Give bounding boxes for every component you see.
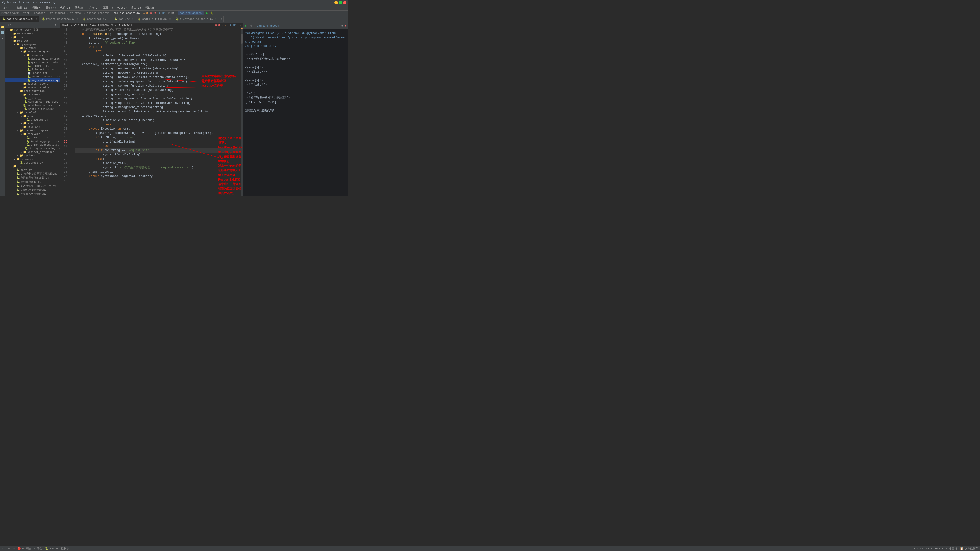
tab-sag-and-assess[interactable]: 🐍 sag_and_assess.py ✕ xyxy=(0,16,40,22)
tree-recovery-1[interactable]: ▾ 📁 recovery xyxy=(5,53,60,57)
tree-allasset[interactable]: 🐍 allAsset.py xyxy=(5,118,60,121)
tree-str-var[interactable]: 🐍 字符串作为变量名.py xyxy=(5,192,60,196)
tab-questionaire-basic[interactable]: 🐍 questionaire_basic.py ✕ xyxy=(173,16,219,22)
tree-assessprogram[interactable]: ▾ 📁 assess_program xyxy=(5,50,60,53)
tree-remove-list[interactable]: 🐍 去除列表指定元素.py xyxy=(5,188,60,192)
tree-temp[interactable]: ▾ 📁 temp xyxy=(5,165,60,168)
tree-minimize-icon[interactable]: − xyxy=(57,24,59,27)
tree-input-aggregate[interactable]: 🐍 input_aggregate.py xyxy=(5,140,60,143)
code-text[interactable]: # 若'调查表.xlsx'发生更新，后期附由维护人员？手动更新代码即可。 def… xyxy=(73,27,241,196)
structure-icon[interactable]: 🔠 xyxy=(0,30,5,35)
tree-assess-data-extract[interactable]: 🐍 assess_data_extract.py xyxy=(5,57,60,60)
close-button[interactable] xyxy=(343,1,347,4)
tree-init-2[interactable]: 🐍 __init__.py xyxy=(5,96,60,100)
tree-file-action[interactable]: 🐍 file_action.py xyxy=(5,68,60,71)
tree-questionaire-data[interactable]: 🐍 questionaire_data_extrac... xyxy=(5,60,60,64)
tree-pyexcel[interactable]: ▾ 📁 py-excel xyxy=(5,46,60,50)
scroll-thumb[interactable] xyxy=(241,34,243,43)
tree-projectinfluence[interactable]: ▸ 📁 project_influence xyxy=(5,150,60,154)
project-tab-pyexcel[interactable]: py-excel xyxy=(70,12,83,14)
run-stop-icon[interactable]: ■ xyxy=(345,24,347,27)
project-tab-assessprogram[interactable]: assess_program xyxy=(87,12,109,14)
tree-gear-icon[interactable]: ⚙ xyxy=(54,24,56,27)
run-more-button[interactable]: ⋮ xyxy=(215,11,218,14)
tree-assettool[interactable]: 🐍 assetTool.py xyxy=(5,161,60,165)
project-tab-test[interactable]: test xyxy=(23,12,29,14)
code-line-54: string = center_function(string) xyxy=(75,92,241,97)
tab-close-icon[interactable]: ✕ xyxy=(108,18,109,20)
more-tabs-button[interactable]: ▾ xyxy=(219,16,224,22)
tab-close-icon[interactable]: ✕ xyxy=(132,18,133,20)
menu-vcs[interactable]: VCS(S) xyxy=(116,6,129,10)
tree-plugins[interactable]: ▸ 📁 plug_ins xyxy=(5,125,60,129)
tree-pyclass[interactable]: ▸ 📁 pyclass xyxy=(5,154,60,157)
menu-window[interactable]: 窗口(W) xyxy=(129,5,143,10)
tree-common-configure[interactable]: 🐍 common_configure.py xyxy=(5,100,60,103)
tree-init-1[interactable]: 🐍 __init__.py xyxy=(5,64,60,68)
tree-dataassess[interactable]: ▸ 📁 dataAssess xyxy=(5,32,60,35)
minimize-button[interactable] xyxy=(334,1,338,4)
project-tab-pythonwork[interactable]: Python-work xyxy=(2,12,19,14)
menu-code[interactable]: 代码(C) xyxy=(58,5,72,10)
run-output-content[interactable]: "C:\Program Files (x86)\Python38-32\pyth… xyxy=(243,29,348,196)
project-icon[interactable]: 📁 xyxy=(0,24,5,29)
menu-edit[interactable]: 编辑(E) xyxy=(15,5,29,10)
tree-func-pass[interactable]: 🐍 函数传递函数.py xyxy=(5,180,60,184)
tree-print-path[interactable]: 🐍 2_打印指定目录下文件路径.py xyxy=(5,172,60,176)
tab-sagfile-title[interactable]: 🐍 sagfile_title.py ✕ xyxy=(135,16,173,22)
tree-readme-1[interactable]: 📄 Readme.txt xyxy=(5,71,60,75)
maximize-button[interactable] xyxy=(339,1,342,4)
tab-report-generate[interactable]: 🐍 report_generate.py ✕ xyxy=(40,16,80,22)
run-config-name[interactable]: sag_and_assess xyxy=(178,11,204,15)
tree-base[interactable]: ▸ 📁 base xyxy=(5,121,60,125)
project-tab-project[interactable]: project xyxy=(34,12,45,14)
tree-learn[interactable]: ▸ 📁 learn xyxy=(5,35,60,39)
tree-print-aggregate[interactable]: 🐍 print_aggregate.py xyxy=(5,143,60,147)
tree-recovery-2[interactable]: ▸ 📁 recovery xyxy=(5,93,60,96)
tree-questionaire-basic[interactable]: 🐍 questionaire_basic.py xyxy=(5,103,60,107)
tab-close-icon[interactable]: ✕ xyxy=(169,18,170,20)
tree-sagfile-title[interactable]: 🐍 sagfile_title.py xyxy=(5,107,60,111)
code-vscroll-strip[interactable] xyxy=(241,27,243,196)
tree-string-processing[interactable]: 🐍 string_processing.py xyxy=(5,147,60,150)
menu-tools[interactable]: 工具(T) xyxy=(101,5,115,10)
tab-close-icon[interactable]: ✕ xyxy=(35,18,37,20)
tree-pyprogram[interactable]: ▾ 📁 py-program xyxy=(5,43,60,46)
expand-strip-button[interactable]: ▾ xyxy=(240,24,241,27)
tree-assess-require[interactable]: ▸ 📁 assess_require xyxy=(5,86,60,89)
run-config-label[interactable]: sag_and_assess xyxy=(257,24,279,27)
favorites-icon[interactable]: ★ xyxy=(0,36,5,41)
tree-root[interactable]: ▾ 📁 Python-work 项目 xyxy=(5,28,60,32)
tree-configuration[interactable]: ▾ 📁 configuration xyxy=(5,89,60,93)
tree-assess-report[interactable]: ▸ 📁 assess_report xyxy=(5,82,60,86)
tree-report-generate[interactable]: 🐍 report_generate.py xyxy=(5,75,60,78)
tab-tool[interactable]: 🐍 Tool.py ✕ xyxy=(112,16,136,22)
tree-list-mem[interactable]: 🐍 列表或索引_打印内存占用.py xyxy=(5,184,60,188)
project-tab-saganassess[interactable]: sag_and_assess.py xyxy=(113,12,140,14)
tree-datacool[interactable]: ▾ 📁 dataCool xyxy=(5,111,60,114)
run-play-button[interactable]: ▶ xyxy=(206,11,208,15)
menu-navigate[interactable]: 导航(N) xyxy=(44,5,58,10)
menu-run[interactable]: 运行(U) xyxy=(87,5,101,10)
tab-assettool[interactable]: 🐍 assetTool.py ✕ xyxy=(80,16,112,22)
folder-icon: 📁 xyxy=(16,157,20,161)
run-debug-button[interactable]: 🐛 xyxy=(210,11,213,14)
tree-project[interactable]: ▾ 📁 project xyxy=(5,39,60,43)
tree-asset[interactable]: ▾ 📁 asset xyxy=(5,114,60,118)
tree-init-3[interactable]: 🐍 __init__.py xyxy=(5,136,60,140)
tab-close-icon[interactable]: ✕ xyxy=(76,18,78,20)
menu-file[interactable]: 文件(F) xyxy=(1,5,15,10)
tree-recovery-3[interactable]: ▾ 📁 recovery xyxy=(5,132,60,136)
tree-test-py[interactable]: 🐍 test.py xyxy=(5,168,60,172)
project-tab-pyprogram[interactable]: py-program xyxy=(49,12,65,14)
tree-item-label: recovery xyxy=(21,157,33,161)
tree-pass-args[interactable]: 🐍 传递任意长度的参数.py xyxy=(5,176,60,180)
tab-close-icon[interactable]: ✕ xyxy=(215,18,216,20)
menu-refactor[interactable]: 重构(R) xyxy=(73,5,86,10)
menu-view[interactable]: 视图(V) xyxy=(30,5,43,10)
tree-processprogram[interactable]: ▾ 📁 process_program xyxy=(5,129,60,132)
menu-help[interactable]: 帮助(H) xyxy=(143,5,158,10)
tree-sag-and-assess[interactable]: 🐍 sag_and_assess.py xyxy=(5,78,60,82)
tree-recovery-4[interactable]: ▾ 📁 recovery xyxy=(5,157,60,161)
run-restart-icon[interactable]: ↺ xyxy=(341,24,343,27)
